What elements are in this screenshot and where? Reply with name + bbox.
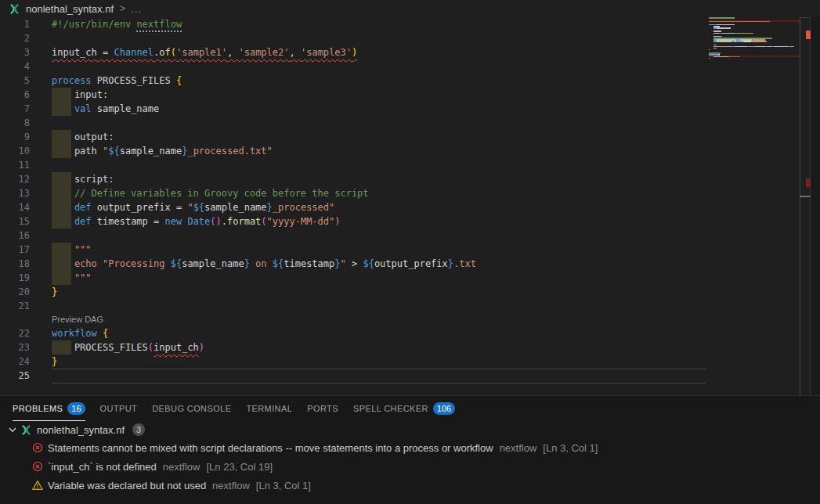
problem-location: [Ln 23, Col 19] [206, 461, 273, 473]
code-line[interactable]: 2 [0, 31, 709, 45]
error-marker[interactable] [806, 178, 811, 187]
line-number[interactable]: 1 [0, 17, 30, 31]
problem-source: nextflow [500, 442, 537, 454]
code-line[interactable]: 5process PROCESS_FILES { [0, 74, 709, 88]
line-number[interactable]: 9 [0, 130, 30, 144]
tab-label: OUTPUT [100, 404, 138, 413]
line-number[interactable]: 17 [0, 243, 30, 257]
tab-label: PORTS [307, 404, 338, 413]
line-number[interactable]: 22 [0, 326, 30, 340]
editor: 1#!/usr/bin/env nextflow23input_ch = Cha… [0, 17, 820, 395]
problem-message: Statements cannot be mixed with script d… [48, 442, 493, 454]
code-line[interactable]: 21 [0, 299, 709, 313]
tab-label: PROBLEMS [13, 404, 63, 413]
line-number[interactable]: 5 [0, 74, 30, 88]
breadcrumb-overflow[interactable]: ... [131, 3, 142, 15]
code-line[interactable]: 13// Define variables in Groovy code bef… [0, 186, 709, 200]
code-line[interactable]: 24} [0, 355, 709, 369]
line-number[interactable]: 12 [0, 172, 30, 186]
code-line[interactable]: 18echo "Processing ${sample_name} on ${t… [0, 257, 709, 271]
code-line[interactable]: 10path "${sample_name}_processed.txt" [0, 144, 709, 158]
problems-count-badge: 16 [67, 402, 85, 415]
code-line[interactable]: 19""" [0, 271, 709, 285]
line-number[interactable]: 7 [0, 102, 30, 116]
problem-message: Variable was declared but not used [48, 480, 206, 491]
line-number[interactable]: 18 [0, 257, 30, 271]
code-line[interactable]: 9output: [0, 130, 709, 144]
line-number[interactable]: 16 [0, 229, 30, 243]
tab-label: TERMINAL [246, 404, 292, 413]
line-number[interactable]: 25 [0, 369, 30, 383]
code-area[interactable]: 1#!/usr/bin/env nextflow23input_ch = Cha… [0, 17, 709, 383]
code-line[interactable]: 20} [0, 285, 709, 299]
line-number[interactable]: 14 [0, 200, 30, 214]
line-number[interactable]: 21 [0, 299, 30, 313]
breadcrumb: nonlethal_syntax.nf > ... [0, 0, 820, 17]
line-number[interactable]: 10 [0, 144, 30, 158]
line-number[interactable]: 8 [0, 116, 30, 130]
problem-row[interactable]: `input_ch` is not defined nextflow [Ln 2… [0, 457, 820, 476]
code-line[interactable]: 6input: [0, 88, 709, 102]
cursor-marker[interactable] [800, 196, 811, 197]
tab-ports[interactable]: PORTS [307, 396, 338, 421]
code-line[interactable]: 17""" [0, 243, 709, 257]
chevron-down-icon[interactable] [6, 425, 19, 434]
breadcrumb-file[interactable]: nonlethal_syntax.nf [26, 3, 114, 15]
code-line[interactable]: 23PROCESS_FILES(input_ch) [0, 340, 709, 355]
line-number[interactable]: 24 [0, 355, 30, 369]
code-line[interactable]: 12script: [0, 172, 709, 186]
current-line-highlight [52, 369, 706, 383]
codelens-preview-dag[interactable]: Preview DAG [52, 314, 103, 326]
tab-debug-console[interactable]: DEBUG CONSOLE [152, 396, 231, 421]
error-marker[interactable] [806, 31, 811, 39]
line-number[interactable]: 3 [0, 45, 30, 59]
editor-right-edge [811, 17, 820, 395]
line-number[interactable]: 19 [0, 271, 30, 285]
nextflow-file-icon [9, 3, 20, 15]
warning-icon [32, 480, 43, 491]
code-line[interactable]: 1#!/usr/bin/env nextflow [0, 17, 709, 31]
problems-file-count: 3 [132, 423, 145, 436]
code-line[interactable]: 3input_ch = Channel.of('sample1', 'sampl… [0, 45, 709, 59]
tab-label: SPELL CHECKER [353, 404, 428, 413]
tab-problems[interactable]: PROBLEMS 16 [13, 396, 85, 421]
vscode-window: nonlethal_syntax.nf > ... 1#!/usr/bin/en… [0, 0, 820, 504]
chevron-right-icon: > [120, 3, 125, 14]
code-line[interactable]: 14def output_prefix = "${sample_name}_pr… [0, 200, 709, 214]
nextflow-file-icon [20, 424, 32, 436]
line-number[interactable]: 13 [0, 186, 30, 200]
line-number[interactable]: 23 [0, 340, 30, 355]
code-line[interactable]: 15def timestamp = new Date().format("yyy… [0, 214, 709, 229]
line-number[interactable]: 6 [0, 88, 30, 102]
code-line[interactable]: 4 [0, 59, 709, 74]
line-number[interactable]: 2 [0, 31, 30, 45]
panel-tabs: PROBLEMS 16 OUTPUT DEBUG CONSOLE TERMINA… [0, 396, 820, 421]
code-line[interactable]: 16 [0, 229, 709, 243]
problem-row[interactable]: Variable was declared but not used nextf… [0, 476, 820, 495]
overview-ruler[interactable] [800, 17, 811, 395]
minimap[interactable] [709, 17, 800, 395]
code-line[interactable]: 11 [0, 158, 709, 172]
problem-location: [Ln 3, Col 1] [256, 480, 311, 491]
line-number[interactable]: 20 [0, 285, 30, 299]
tab-output[interactable]: OUTPUT [100, 396, 138, 421]
tab-spell-checker[interactable]: SPELL CHECKER 106 [353, 396, 455, 421]
problems-file-group[interactable]: nonlethal_syntax.nf 3 [0, 421, 820, 438]
error-icon [32, 461, 43, 472]
error-icon [32, 442, 43, 453]
tab-terminal[interactable]: TERMINAL [246, 396, 292, 421]
problems-list: nonlethal_syntax.nf 3 Statements cannot … [0, 421, 820, 495]
line-number[interactable]: 11 [0, 158, 30, 172]
code-line[interactable]: 7val sample_name [0, 102, 709, 116]
line-number[interactable]: 15 [0, 214, 30, 229]
problem-source: nextflow [163, 461, 200, 473]
problem-row[interactable]: Statements cannot be mixed with script d… [0, 438, 820, 457]
code-line[interactable]: 22workflow { [0, 326, 709, 340]
bottom-panel: PROBLEMS 16 OUTPUT DEBUG CONSOLE TERMINA… [0, 395, 820, 504]
problem-message: `input_ch` is not defined [48, 461, 157, 473]
code-line[interactable]: 25 [0, 369, 709, 383]
code-line[interactable]: 8 [0, 116, 709, 130]
tab-label: DEBUG CONSOLE [152, 404, 231, 413]
problems-file-name: nonlethal_syntax.nf [37, 424, 125, 436]
line-number[interactable]: 4 [0, 59, 30, 74]
